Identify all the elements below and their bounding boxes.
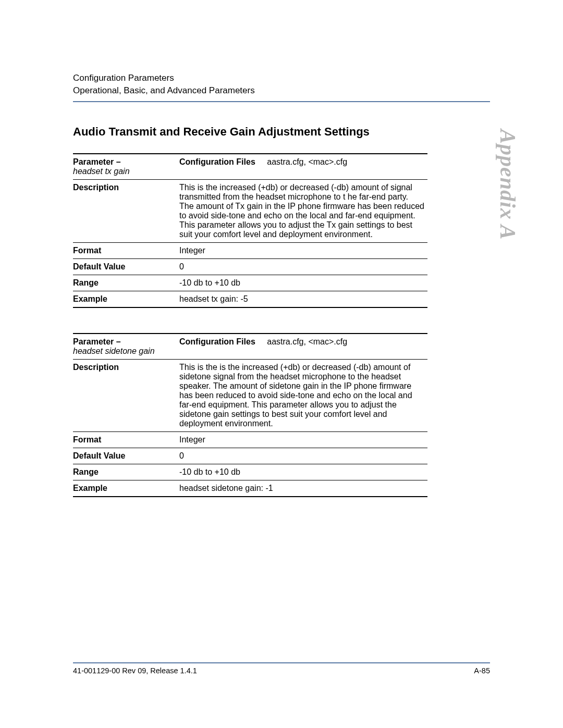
description-label: Description: [73, 180, 179, 243]
config-files-value: aastra.cfg, <mac>.cfg: [258, 157, 347, 166]
table-row: Description This is the is the increased…: [73, 360, 427, 432]
table-row: Format Integer: [73, 243, 427, 259]
footer-rule: [73, 662, 490, 663]
format-value: Integer: [179, 243, 427, 259]
parameter-name: headset sidetone gain: [73, 347, 155, 355]
footer: 41-001129-00 Rev 09, Release 1.4.1 A-85: [73, 662, 490, 675]
table-row: Default Value 0: [73, 259, 427, 275]
default-label: Default Value: [73, 448, 179, 464]
default-label: Default Value: [73, 259, 179, 275]
parameter-cell: Parameter – headset sidetone gain: [73, 334, 179, 360]
example-label: Example: [73, 480, 179, 497]
table-row: Range -10 db to +10 db: [73, 275, 427, 291]
header-rule: [73, 101, 490, 102]
table-row: Default Value 0: [73, 448, 427, 464]
example-label: Example: [73, 291, 179, 308]
config-files-label: Configuration Files: [179, 157, 255, 166]
parameter-name: headset tx gain: [73, 167, 130, 176]
description-value: This is the is the increased (+db) or de…: [179, 360, 427, 432]
description-value: This is the increased (+db) or decreased…: [179, 180, 427, 243]
table-row: Parameter – headset tx gain Configuratio…: [73, 154, 427, 180]
default-value: 0: [179, 448, 427, 464]
parameter-dash: –: [114, 337, 120, 346]
table-row: Format Integer: [73, 432, 427, 448]
parameter-table-1: Parameter – headset tx gain Configuratio…: [73, 153, 427, 308]
example-value: headset sidetone gain: -1: [179, 480, 427, 497]
parameter-cell: Parameter – headset tx gain: [73, 154, 179, 180]
range-value: -10 db to +10 db: [179, 464, 427, 480]
range-label: Range: [73, 275, 179, 291]
description-label: Description: [73, 360, 179, 432]
config-files-value: aastra.cfg, <mac>.cfg: [258, 337, 347, 346]
format-label: Format: [73, 243, 179, 259]
format-label: Format: [73, 432, 179, 448]
header-category: Configuration Parameters: [73, 73, 490, 83]
table-row: Range -10 db to +10 db: [73, 464, 427, 480]
parameter-label: Parameter: [73, 337, 114, 346]
range-value: -10 db to +10 db: [179, 275, 427, 291]
table-row: Example headset sidetone gain: -1: [73, 480, 427, 497]
format-value: Integer: [179, 432, 427, 448]
header-subtitle: Operational, Basic, and Advanced Paramet…: [73, 85, 490, 96]
table-row: Example headset tx gain: -5: [73, 291, 427, 308]
table-row: Parameter – headset sidetone gain Config…: [73, 334, 427, 360]
parameter-dash: –: [114, 157, 120, 166]
example-value: headset tx gain: -5: [179, 291, 427, 308]
config-files-cell: Configuration Files aastra.cfg, <mac>.cf…: [179, 154, 427, 180]
config-files-label: Configuration Files: [179, 337, 255, 346]
table-row: Description This is the increased (+db) …: [73, 180, 427, 243]
parameter-label: Parameter: [73, 157, 114, 166]
range-label: Range: [73, 464, 179, 480]
page: Configuration Parameters Operational, Ba…: [0, 0, 563, 728]
section-title: Audio Transmit and Receive Gain Adjustme…: [73, 125, 490, 139]
footer-line: 41-001129-00 Rev 09, Release 1.4.1 A-85: [73, 667, 490, 675]
side-appendix-label: Appendix A: [495, 129, 520, 240]
footer-left: 41-001129-00 Rev 09, Release 1.4.1: [73, 667, 197, 675]
config-files-cell: Configuration Files aastra.cfg, <mac>.cf…: [179, 334, 427, 360]
parameter-table-2: Parameter – headset sidetone gain Config…: [73, 333, 427, 497]
footer-right: A-85: [474, 667, 490, 675]
default-value: 0: [179, 259, 427, 275]
